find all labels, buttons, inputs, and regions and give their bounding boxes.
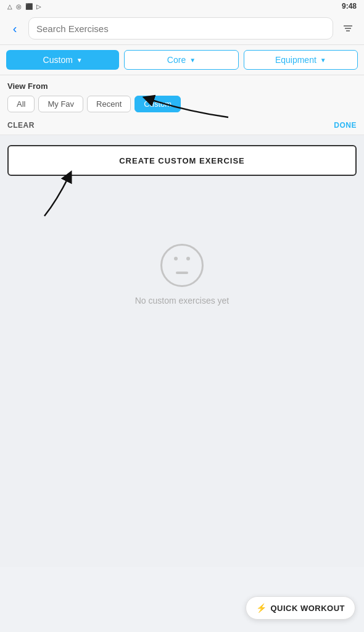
quick-workout-label: QUICK WORKOUT	[270, 604, 345, 613]
quick-workout-button[interactable]: ⚡ QUICK WORKOUT	[246, 596, 355, 620]
dropdown-core-label: Core	[167, 55, 186, 65]
empty-state-message: No custom exercises yet	[135, 296, 230, 306]
dropdown-custom[interactable]: Custom ▼	[6, 50, 119, 70]
triangle-icon: △	[7, 3, 12, 10]
filter-button[interactable]	[338, 19, 358, 38]
done-button[interactable]: DONE	[334, 121, 357, 130]
view-btn-all[interactable]: All	[7, 96, 35, 112]
search-bar-container[interactable]	[28, 17, 333, 40]
status-bar: △ ◎ ⬛ ▷ 9:48	[0, 0, 364, 12]
annotation-arrow-2	[20, 170, 118, 219]
empty-face-icon	[160, 244, 204, 287]
dropdown-equipment-label: Equipment	[275, 55, 316, 65]
play-icon: ▷	[36, 3, 41, 10]
view-btn-recent[interactable]: Recent	[87, 96, 131, 112]
view-btn-myfav[interactable]: My Fav	[38, 96, 83, 112]
filter-row: Custom ▼ Core ▼ Equipment ▼	[0, 45, 364, 75]
status-time: 9:48	[342, 2, 357, 10]
annotation-arrow-1	[136, 86, 234, 120]
header: ‹	[0, 12, 364, 45]
clear-button[interactable]: CLEAR	[7, 121, 35, 130]
face-mouth	[176, 272, 188, 274]
filter-icon	[342, 23, 354, 34]
instagram-icon: ◎	[16, 3, 22, 10]
search-input[interactable]	[36, 23, 325, 34]
bolt-icon: ⚡	[256, 603, 267, 613]
face-eye-right	[186, 257, 190, 260]
arrow-annotation-2	[7, 176, 357, 219]
main-content: CREATE CUSTOM EXERCISE No custom exercis…	[0, 135, 364, 567]
status-icons: △ ◎ ⬛ ▷	[7, 3, 41, 10]
dropdown-custom-label: Custom	[43, 55, 73, 65]
dropdown-equipment[interactable]: Equipment ▼	[244, 50, 358, 70]
create-custom-exercise-label: CREATE CUSTOM EXERCISE	[119, 156, 245, 165]
face-eyes	[162, 257, 202, 260]
back-button[interactable]: ‹	[6, 20, 23, 37]
chevron-down-icon-3: ▼	[320, 57, 326, 64]
chevron-down-icon: ▼	[77, 57, 83, 64]
chevron-down-icon-2: ▼	[189, 57, 196, 64]
empty-state: No custom exercises yet	[7, 219, 357, 318]
face-eye-left	[174, 257, 178, 260]
bookmark-icon: ⬛	[25, 3, 33, 10]
dropdown-core[interactable]: Core ▼	[124, 50, 238, 70]
